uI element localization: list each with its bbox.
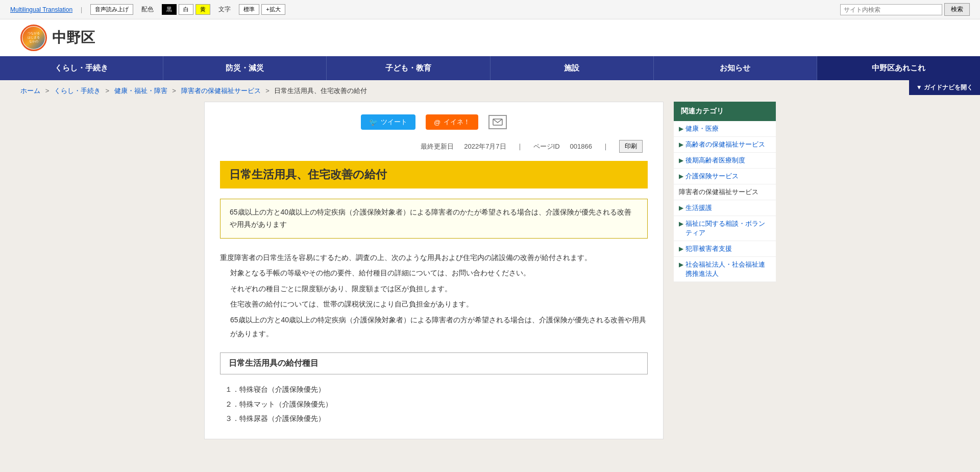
audio-btn[interactable]: 音声読み上げ — [90, 4, 133, 15]
text-standard-btn[interactable]: 標準 — [239, 4, 259, 15]
breadcrumb-kurashi[interactable]: くらし・手続き — [54, 87, 101, 95]
section-title-1: 日常生活用具の給付種目 — [220, 352, 648, 374]
sidebar-item-kouki[interactable]: ▶後期高齢者医療制度 — [674, 153, 776, 169]
main-layout: 🐦 ツイート @ イイネ！ 最終更新日 2022年7月7日 ｜ ページID 00… — [184, 102, 796, 460]
nav-item-shisetsu[interactable]: 施設 — [491, 56, 654, 80]
tweet-btn[interactable]: 🐦 ツイート — [361, 114, 415, 130]
search-btn[interactable]: 検索 — [944, 3, 970, 16]
text-label: 文字 — [218, 5, 231, 14]
sidebar-title: 関連カテゴリ — [674, 102, 776, 121]
breadcrumb-current: 日常生活用具、住宅改善の給付 — [274, 87, 367, 95]
search-input[interactable] — [840, 4, 942, 15]
sidebar: 関連カテゴリ ▶健康・医療 ▶高齢者の保健福祉サービス ▶後期高齢者医療制度 ▶… — [674, 102, 776, 439]
sidebar-item-seikatsu[interactable]: ▶生活援護 — [674, 200, 776, 216]
breadcrumb: ホーム > くらし・手続き > 健康・福祉・障害 > 障害者の保健福祉サービス … — [0, 80, 980, 102]
logo-circle: つながるはじまるなかの — [20, 25, 47, 51]
like-icon: @ — [434, 119, 440, 126]
body-para-4: 住宅改善の給付については、世帯の課税状況により自己負担金があります。 — [220, 297, 648, 311]
breadcrumb-health[interactable]: 健康・福祉・障害 — [114, 87, 167, 95]
body-para-3: それぞれの種目ごとに限度額があり、限度額までは区が負担します。 — [220, 282, 648, 296]
sidebar-item-shakai[interactable]: ▶社会福祉法人・社会福祉連携推進法人 — [674, 257, 776, 282]
page-id-value: 001866 — [570, 143, 592, 150]
breadcrumb-home[interactable]: ホーム — [20, 87, 40, 95]
twitter-icon: 🐦 — [369, 118, 378, 126]
content-area: 🐦 ツイート @ イイネ！ 最終更新日 2022年7月7日 ｜ ページID 00… — [204, 102, 664, 439]
color-white-btn[interactable]: 白 — [179, 4, 193, 15]
logo-area: つながるはじまるなかの 中野区 — [20, 25, 95, 51]
translation-link[interactable]: Multilingual Translation — [10, 6, 72, 13]
list-item-2: ２．特殊マット（介護保険優先） — [225, 397, 648, 411]
sidebar-item-fukushi[interactable]: ▶福祉に関する相談・ボランティア — [674, 216, 776, 241]
nav-item-bousai[interactable]: 防災・減災 — [163, 56, 327, 80]
nav-item-oshirase[interactable]: お知らせ — [654, 56, 817, 80]
pipe-sep: ｜ — [517, 142, 523, 151]
pipe-sep2: ｜ — [602, 142, 609, 151]
color-yellow-btn[interactable]: 黄 — [195, 4, 210, 15]
logo-inner: つながるはじまるなかの — [22, 27, 45, 49]
sidebar-item-elderly[interactable]: ▶高齢者の保健福祉サービス — [674, 137, 776, 153]
color-btn-group: 黒 白 黄 — [162, 4, 210, 15]
text-btn-group: 標準 +拡大 — [239, 4, 285, 15]
text-large-btn[interactable]: +拡大 — [261, 4, 285, 15]
header: つながるはじまるなかの 中野区 — [0, 19, 980, 56]
list-item-1: １．特殊寝台（介護保険優先） — [225, 383, 648, 396]
separator: | — [81, 6, 82, 13]
body-text: 重度障害者の日常生活を容易にするため、調査の上、次のような用具および住宅内の諸設… — [220, 251, 648, 341]
main-nav: くらし・手続き 防災・減災 子ども・教育 施設 お知らせ 中野区あれこれ ▼ ガ… — [0, 56, 980, 80]
search-area: 検索 — [840, 3, 970, 16]
mail-icon[interactable] — [488, 115, 507, 129]
body-para-5: 65歳以上の方と40歳以上の特定疾病（介護保険対象者）による障害者の方が希望され… — [220, 313, 648, 340]
site-title: 中野区 — [52, 28, 95, 48]
print-btn[interactable]: 印刷 — [619, 140, 643, 153]
content-list-1: １．特殊寝台（介護保険優先） ２．特殊マット（介護保険優先） ３．特殊尿器（介護… — [220, 383, 648, 426]
meta-info: 最終更新日 2022年7月7日 ｜ ページID 001866 ｜ 印刷 — [220, 140, 648, 153]
notice-box: 65歳以上の方と40歳以上の特定疾病（介護保険対象者）による障害者のかたが希望さ… — [220, 199, 648, 239]
social-bar: 🐦 ツイート @ イイネ！ — [220, 114, 648, 130]
like-btn[interactable]: @ イイネ！ — [426, 114, 478, 130]
color-black-btn[interactable]: 黒 — [162, 4, 177, 15]
sidebar-item-shougai[interactable]: 障害者の保健福祉サービス — [674, 184, 776, 200]
page-title: 日常生活用具、住宅改善の給付 — [220, 161, 648, 188]
last-updated-date: 2022年7月7日 — [464, 142, 506, 151]
body-para-1: 重度障害者の日常生活を容易にするため、調査の上、次のような用具および住宅内の諸設… — [220, 251, 648, 265]
list-item-3: ３．特殊尿器（介護保険優先） — [225, 412, 648, 426]
color-label: 配色 — [141, 5, 154, 14]
top-bar: Multilingual Translation | 音声読み上げ 配色 黒 白… — [0, 0, 980, 19]
guide-nav-btn[interactable]: ▼ ガイドナビを開く — [909, 80, 980, 95]
sidebar-item-hanzai[interactable]: ▶犯罪被害者支援 — [674, 241, 776, 257]
nav-item-nakanoku[interactable]: 中野区あれこれ ▼ ガイドナビを開く — [817, 56, 980, 80]
sidebar-item-kaigo[interactable]: ▶介護保険サービス — [674, 169, 776, 184]
nav-item-kodomo[interactable]: 子ども・教育 — [327, 56, 490, 80]
last-updated-label: 最終更新日 — [421, 142, 454, 151]
nav-item-kurashi[interactable]: くらし・手続き — [0, 56, 163, 80]
page-id-label: ページID — [533, 142, 560, 151]
sidebar-item-health[interactable]: ▶健康・医療 — [674, 121, 776, 137]
body-para-2: 対象となる手帳の等級やその他の要件、給付種目の詳細については、お問い合わせくださ… — [220, 266, 648, 280]
breadcrumb-shougai[interactable]: 障害者の保健福祉サービス — [181, 87, 261, 95]
